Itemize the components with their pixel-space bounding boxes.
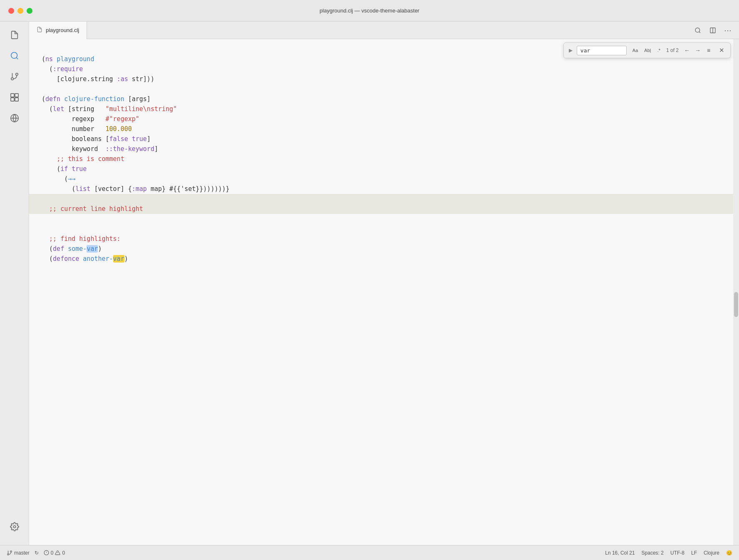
- scrollbar-thumb[interactable]: [734, 292, 738, 317]
- find-list-button[interactable]: ≡: [704, 45, 714, 55]
- code-line-7: (let [string "multiline\nstring": [42, 104, 739, 114]
- code-line-17: ;; current line highlight: [29, 204, 739, 214]
- app-body: playground.clj ⋯: [0, 22, 739, 545]
- svg-rect-7: [10, 98, 14, 101]
- code-line-13: (if true: [42, 164, 739, 174]
- tab-bar: playground.clj ⋯: [29, 22, 739, 39]
- code-content: (ns playground (:require [clojure.string…: [29, 44, 739, 264]
- svg-rect-6: [15, 94, 18, 97]
- file-tab-icon: [37, 27, 42, 34]
- code-line-14: (→→: [42, 174, 739, 184]
- cursor-position[interactable]: Ln 16, Col 21: [605, 550, 635, 556]
- status-right: Ln 16, Col 21 Spaces: 2 UTF-8 LF Clojure…: [605, 550, 732, 556]
- find-options: Aa Ab| .*: [630, 47, 663, 54]
- code-line-8: regexp #"regexp": [42, 114, 739, 124]
- warning-count: 0: [62, 550, 65, 556]
- find-match-word-button[interactable]: Ab|: [642, 47, 653, 54]
- find-toggle-button[interactable]: ▶: [568, 47, 573, 54]
- code-line-18: [42, 214, 739, 224]
- find-next-button[interactable]: →: [693, 45, 703, 55]
- window-title: playground.clj — vscode-theme-alabaster: [320, 7, 419, 14]
- code-line-21: (def some-var): [42, 244, 739, 254]
- svg-point-18: [7, 553, 9, 555]
- find-prev-button[interactable]: ←: [682, 45, 692, 55]
- error-count: 0: [51, 550, 54, 556]
- svg-point-4: [11, 78, 13, 80]
- git-branch[interactable]: master: [7, 550, 30, 556]
- split-editor-button[interactable]: [707, 25, 719, 36]
- svg-point-3: [15, 73, 18, 76]
- code-line-6: (defn clojure-function [args]: [42, 94, 739, 104]
- code-line-11: keyword ::the-keyword]: [42, 144, 739, 154]
- sidebar-item-source-control[interactable]: [5, 67, 24, 86]
- code-editor[interactable]: (ns playground (:require [clojure.string…: [29, 39, 739, 545]
- find-count: 1 of 2: [666, 47, 679, 53]
- sync-button[interactable]: ↻: [35, 550, 39, 556]
- code-line-19: [42, 224, 739, 234]
- file-encoding[interactable]: UTF-8: [670, 550, 684, 556]
- status-left: master ↻ 0 0: [7, 550, 65, 556]
- sidebar-item-remote[interactable]: [5, 109, 24, 127]
- editor-area: playground.clj ⋯: [29, 22, 739, 545]
- scrollbar-track: [733, 39, 739, 545]
- settings-icon[interactable]: [5, 518, 24, 536]
- find-match-case-button[interactable]: Aa: [630, 47, 640, 54]
- svg-point-0: [11, 52, 17, 59]
- code-line-4: [clojure.string :as str])): [42, 74, 739, 84]
- minimize-button[interactable]: [17, 8, 23, 14]
- errors-warnings[interactable]: 0 0: [44, 550, 65, 556]
- svg-line-13: [699, 32, 700, 33]
- more-actions-button[interactable]: ⋯: [722, 25, 734, 36]
- file-tab-label: playground.clj: [46, 27, 79, 33]
- find-widget: ▶ Aa Ab| .* 1 of 2 ← → ≡ ✕: [563, 42, 731, 58]
- maximize-button[interactable]: [27, 8, 32, 14]
- find-use-regex-button[interactable]: .*: [655, 47, 663, 54]
- code-line-16: [29, 194, 739, 204]
- find-close-button[interactable]: ✕: [717, 46, 726, 55]
- code-line-12: ;; this is comment: [42, 154, 739, 164]
- git-branch-label: master: [14, 550, 30, 556]
- sync-icon: ↻: [35, 550, 39, 556]
- code-line-3: (:require: [42, 64, 739, 74]
- svg-point-11: [13, 525, 16, 528]
- face-emoji[interactable]: 😊: [726, 550, 732, 556]
- code-line-15: (list [vector] {:map map} #{{'set}})))))…: [42, 184, 739, 194]
- sidebar-item-search[interactable]: [5, 47, 24, 65]
- code-line-10: booleans [false true]: [42, 134, 739, 144]
- sidebar-item-extensions[interactable]: [5, 88, 24, 107]
- close-button[interactable]: [8, 8, 14, 14]
- svg-rect-8: [15, 98, 18, 101]
- svg-line-1: [16, 57, 18, 59]
- find-navigation: ← → ≡: [682, 45, 714, 55]
- search-editor-button[interactable]: [692, 25, 704, 36]
- status-bar: master ↻ 0 0 Ln 16, Col 21 Spaces: 2 UTF…: [0, 545, 739, 560]
- tab-toolbar: ⋯: [692, 25, 739, 36]
- line-ending[interactable]: LF: [691, 550, 697, 556]
- sidebar-item-files[interactable]: [5, 26, 24, 44]
- svg-point-12: [695, 28, 700, 32]
- code-line-5: [42, 84, 739, 94]
- indentation[interactable]: Spaces: 2: [642, 550, 664, 556]
- code-line-22: (defonce another-var): [42, 254, 739, 264]
- activity-bar: [0, 22, 29, 545]
- svg-rect-5: [10, 94, 14, 97]
- titlebar: playground.clj — vscode-theme-alabaster: [0, 0, 739, 22]
- file-tab[interactable]: playground.clj: [29, 22, 87, 39]
- find-input[interactable]: [577, 46, 627, 55]
- code-line-9: number 100.000: [42, 124, 739, 134]
- code-line-20: ;; find highlights:: [42, 234, 739, 244]
- language-mode[interactable]: Clojure: [704, 550, 719, 556]
- svg-point-17: [10, 550, 12, 552]
- window-controls: [8, 8, 32, 14]
